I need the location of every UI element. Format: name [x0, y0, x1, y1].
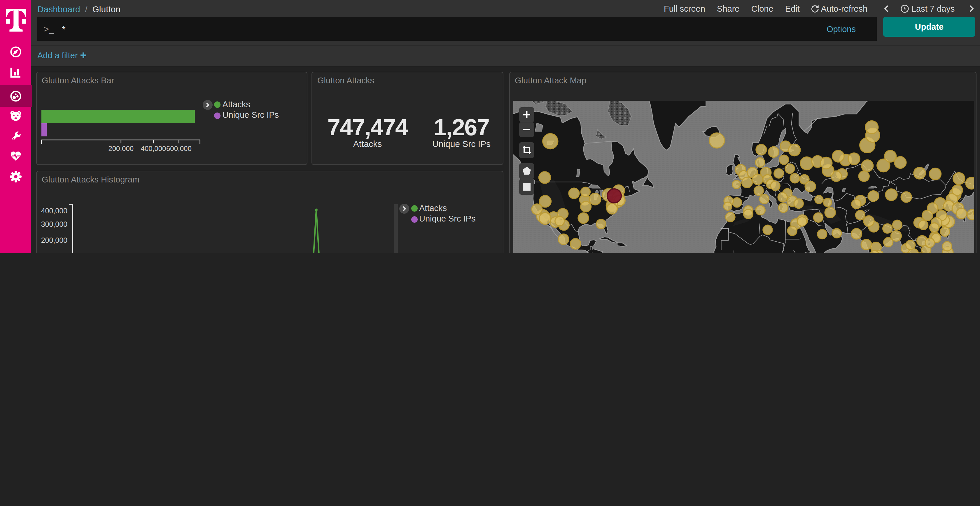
svg-text:200,000: 200,000 [41, 236, 67, 244]
svg-text:600,000: 600,000 [166, 144, 192, 152]
svg-text:200,000: 200,000 [108, 144, 134, 152]
svg-text:400,000: 400,000 [141, 144, 166, 152]
svg-text:300,000: 300,000 [41, 220, 67, 228]
svg-text:400,000: 400,000 [41, 206, 67, 214]
